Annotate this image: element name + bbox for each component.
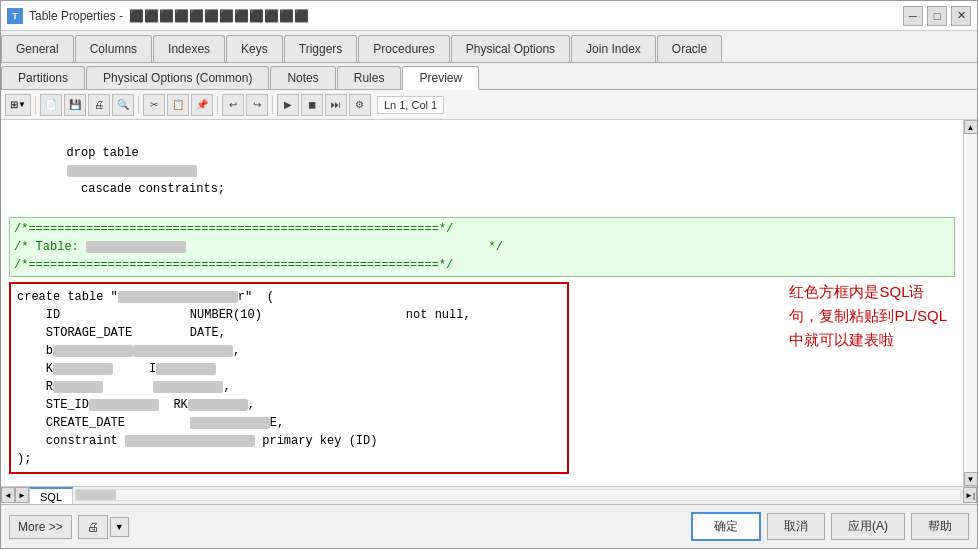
paste-btn[interactable]: 📌 <box>191 94 213 116</box>
help-button[interactable]: 帮助 <box>911 513 969 540</box>
code-col-b: b , <box>17 342 561 360</box>
toolbar-separator-2 <box>138 96 139 114</box>
toolbar-separator-1 <box>35 96 36 114</box>
minimize-button[interactable]: ─ <box>903 6 923 26</box>
scroll-up-arrow[interactable]: ▲ <box>964 120 978 134</box>
code-comment-block: /*======================================… <box>9 217 955 277</box>
save-btn[interactable]: 💾 <box>64 94 86 116</box>
dropdown-arrow: ▼ <box>18 100 26 109</box>
code-constraint: constraint primary key (ID) <box>17 432 561 450</box>
more-button[interactable]: More >> <box>9 515 72 539</box>
hscroll-track[interactable] <box>75 489 961 501</box>
action-bar: More >> 🖨 ▼ 确定 取消 应用(A) 帮助 <box>1 504 977 548</box>
new-btn[interactable]: 📄 <box>40 94 62 116</box>
code-col-create-date: CREATE_DATE E, <box>17 414 561 432</box>
window-title: Table Properties - <box>29 9 123 23</box>
scroll-down-arrow[interactable]: ▼ <box>964 472 978 486</box>
annotation-text: 红色方框内是SQL语句，复制粘贴到PL/SQL中就可以建表啦 <box>789 280 947 352</box>
hscroll-left-arrow[interactable]: ◄ <box>1 487 15 503</box>
main-window: T Table Properties - ⬛⬛⬛⬛⬛⬛⬛⬛⬛⬛⬛⬛ ─ □ ✕ … <box>0 0 978 549</box>
redo-btn[interactable]: ↪ <box>246 94 268 116</box>
title-bar: T Table Properties - ⬛⬛⬛⬛⬛⬛⬛⬛⬛⬛⬛⬛ ─ □ ✕ <box>1 1 977 31</box>
undo-btn[interactable]: ↩ <box>222 94 244 116</box>
toolbar-separator-4 <box>272 96 273 114</box>
tab-indexes[interactable]: Indexes <box>153 35 225 62</box>
cancel-button[interactable]: 取消 <box>767 513 825 540</box>
tab-join-index[interactable]: Join Index <box>571 35 656 62</box>
toolbar-separator-3 <box>217 96 218 114</box>
code-col-id: ID NUMBER(10) not null, <box>17 306 561 324</box>
tab-general[interactable]: General <box>1 35 74 62</box>
tab-physical-options-common[interactable]: Physical Options (Common) <box>86 66 269 89</box>
apply-button[interactable]: 应用(A) <box>831 513 905 540</box>
maximize-button[interactable]: □ <box>927 6 947 26</box>
code-drop-table: drop table cascade constraints; <box>9 126 955 216</box>
code-close: ); <box>17 450 561 468</box>
tab-procedures[interactable]: Procedures <box>358 35 449 62</box>
tab-keys[interactable]: Keys <box>226 35 283 62</box>
tab-rules[interactable]: Rules <box>337 66 402 89</box>
vertical-scrollbar[interactable]: ▲ ▼ <box>963 120 977 486</box>
view-icon: ⊞ <box>10 99 18 110</box>
print-dropdown: 🖨 ▼ <box>78 515 129 539</box>
app-icon: T <box>7 8 23 24</box>
tab-partitions[interactable]: Partitions <box>1 66 85 89</box>
scroll-track[interactable] <box>964 134 977 472</box>
print-dropdown-arrow[interactable]: ▼ <box>110 517 129 537</box>
sql-tab[interactable]: SQL <box>29 487 73 504</box>
code-keyword: drop table <box>67 146 146 160</box>
copy-btn[interactable]: 📋 <box>167 94 189 116</box>
tab-notes[interactable]: Notes <box>270 66 335 89</box>
view-dropdown[interactable]: ⊞ ▼ <box>5 94 31 116</box>
content-area: drop table cascade constraints; /*======… <box>1 120 977 486</box>
tab-preview[interactable]: Preview <box>402 66 479 90</box>
hscroll-thumb <box>76 490 116 500</box>
title-controls: ─ □ ✕ <box>903 6 971 26</box>
code-divider-1: /*======================================… <box>14 220 950 238</box>
code-create-table: create table " r" ( <box>17 288 561 306</box>
cut-btn[interactable]: ✂ <box>143 94 165 116</box>
close-button[interactable]: ✕ <box>951 6 971 26</box>
cursor-position: Ln 1, Col 1 <box>377 96 444 114</box>
hscroll-end-arrow[interactable]: ►| <box>963 487 977 503</box>
stop-btn[interactable]: ◼ <box>301 94 323 116</box>
window-title-filename: ⬛⬛⬛⬛⬛⬛⬛⬛⬛⬛⬛⬛ <box>129 9 309 23</box>
toolbar: ⊞ ▼ 📄 💾 🖨 🔍 ✂ 📋 📌 ↩ ↪ ▶ ◼ ⏭ ⚙ Ln 1, Col … <box>1 90 977 120</box>
print-btn[interactable]: 🖨 <box>88 94 110 116</box>
code-col-r: R , <box>17 378 561 396</box>
code-table-comment: /* Table: */ <box>14 238 950 256</box>
bottom-tab-strip: ◄ ► SQL ►| <box>1 486 977 504</box>
code-cascade: cascade constraints; <box>67 182 225 196</box>
title-bar-left: T Table Properties - ⬛⬛⬛⬛⬛⬛⬛⬛⬛⬛⬛⬛ <box>7 8 309 24</box>
ok-button[interactable]: 确定 <box>691 512 761 541</box>
sql-red-box: create table " r" ( ID NUMBER(10) not nu… <box>9 282 569 474</box>
step-btn[interactable]: ⏭ <box>325 94 347 116</box>
run-btn[interactable]: ▶ <box>277 94 299 116</box>
tab-triggers[interactable]: Triggers <box>284 35 358 62</box>
code-divider-2: /*======================================… <box>14 256 950 274</box>
tabs-row-2: Partitions Physical Options (Common) Not… <box>1 63 977 90</box>
tab-oracle[interactable]: Oracle <box>657 35 722 62</box>
tabs-row-1: General Columns Indexes Keys Triggers Pr… <box>1 31 977 63</box>
binoculars-btn[interactable]: 🔍 <box>112 94 134 116</box>
code-col-ste-id: STE_ID RK , <box>17 396 561 414</box>
tab-physical-options[interactable]: Physical Options <box>451 35 570 62</box>
code-table-name-blurred <box>67 165 197 177</box>
code-col-storage-date: STORAGE_DATE DATE, <box>17 324 561 342</box>
hscroll-right-arrow[interactable]: ► <box>15 487 29 503</box>
print-icon-button[interactable]: 🖨 <box>78 515 108 539</box>
compile-btn[interactable]: ⚙ <box>349 94 371 116</box>
code-col-k: K I <box>17 360 561 378</box>
tab-columns[interactable]: Columns <box>75 35 152 62</box>
